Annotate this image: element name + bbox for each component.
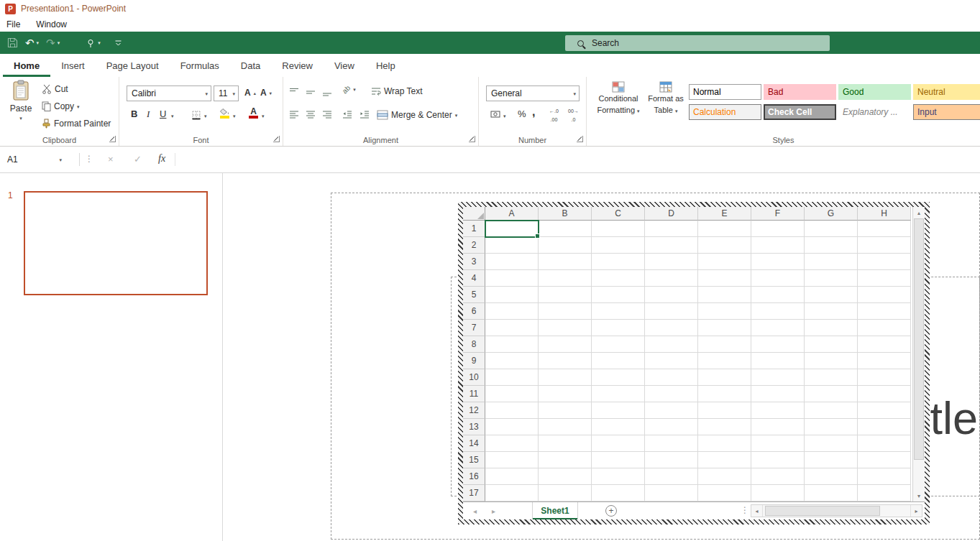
formula-input[interactable]: [178, 149, 980, 170]
row-header-3[interactable]: 3: [463, 254, 485, 270]
cell-H17[interactable]: [858, 485, 911, 501]
tab-review[interactable]: Review: [271, 54, 324, 77]
cell-G9[interactable]: [805, 353, 858, 369]
fill-color-button[interactable]: [220, 108, 229, 119]
cell-C3[interactable]: [592, 254, 645, 270]
cell-style-neutral[interactable]: Neutral: [913, 84, 980, 100]
column-header-F[interactable]: F: [751, 207, 805, 221]
row-header-13[interactable]: 13: [463, 419, 485, 435]
cell-C1[interactable]: [592, 221, 645, 237]
cell-B10[interactable]: [539, 369, 592, 386]
cell-G12[interactable]: [805, 402, 858, 419]
cell-C6[interactable]: [592, 303, 645, 320]
cell-G5[interactable]: [805, 287, 858, 303]
cell-D10[interactable]: [645, 369, 698, 386]
column-header-A[interactable]: A: [485, 207, 539, 221]
cell-E8[interactable]: [698, 336, 751, 353]
percent-style-button[interactable]: %: [518, 108, 526, 119]
cell-A10[interactable]: [485, 369, 539, 386]
column-header-C[interactable]: C: [592, 207, 645, 221]
tab-view[interactable]: View: [324, 54, 365, 77]
new-sheet-button[interactable]: +: [605, 505, 617, 517]
horizontal-scrollbar-thumb[interactable]: [765, 506, 880, 516]
row-header-17[interactable]: 17: [463, 485, 485, 501]
column-header-B[interactable]: B: [539, 207, 592, 221]
row-header-7[interactable]: 7: [463, 320, 485, 336]
cell-D9[interactable]: [645, 353, 698, 369]
cell-G3[interactable]: [805, 254, 858, 270]
tab-home[interactable]: Home: [3, 54, 50, 77]
orientation-button[interactable]: ab ▾: [342, 85, 356, 93]
cell-D5[interactable]: [645, 287, 698, 303]
cell-H12[interactable]: [858, 402, 911, 419]
align-left-button[interactable]: [289, 110, 299, 120]
cell-A6[interactable]: [485, 303, 539, 320]
cell-F17[interactable]: [751, 485, 805, 501]
cell-E3[interactable]: [698, 254, 751, 270]
cell-B17[interactable]: [539, 485, 592, 501]
cell-E13[interactable]: [698, 419, 751, 435]
cell-B13[interactable]: [539, 419, 592, 435]
cell-C10[interactable]: [592, 369, 645, 386]
cell-D14[interactable]: [645, 435, 698, 452]
cell-style-calculation[interactable]: Calculation: [689, 104, 761, 120]
cell-B8[interactable]: [539, 336, 592, 353]
cell-A15[interactable]: [485, 452, 539, 468]
borders-button[interactable]: [191, 110, 201, 120]
cell-G1[interactable]: [805, 221, 858, 237]
cell-D6[interactable]: [645, 303, 698, 320]
cell-E1[interactable]: [698, 221, 751, 237]
cell-B9[interactable]: [539, 353, 592, 369]
column-header-G[interactable]: G: [805, 207, 858, 221]
cell-A16[interactable]: [485, 468, 539, 485]
select-all-button[interactable]: [463, 207, 485, 221]
cell-H16[interactable]: [858, 468, 911, 485]
slide-1-thumbnail[interactable]: [24, 191, 208, 295]
cell-C2[interactable]: [592, 237, 645, 254]
cell-D11[interactable]: [645, 386, 698, 402]
cell-H4[interactable]: [858, 270, 911, 287]
cell-F10[interactable]: [751, 369, 805, 386]
cell-E5[interactable]: [698, 287, 751, 303]
cell-F9[interactable]: [751, 353, 805, 369]
cell-D1[interactable]: [645, 221, 698, 237]
cell-B4[interactable]: [539, 270, 592, 287]
vertical-scrollbar[interactable]: ▴ ▾: [912, 207, 925, 501]
cell-C8[interactable]: [592, 336, 645, 353]
cell-F12[interactable]: [751, 402, 805, 419]
formula-bar-grip[interactable]: ⋮: [85, 154, 93, 164]
cell-style-bad[interactable]: Bad: [764, 84, 836, 100]
cell-A8[interactable]: [485, 336, 539, 353]
cell-style-normal[interactable]: Normal: [689, 84, 761, 100]
cut-button[interactable]: Cut: [42, 84, 68, 94]
cell-D4[interactable]: [645, 270, 698, 287]
cell-A2[interactable]: [485, 237, 539, 254]
cell-B16[interactable]: [539, 468, 592, 485]
cell-B15[interactable]: [539, 452, 592, 468]
cell-E10[interactable]: [698, 369, 751, 386]
underline-dropdown-icon[interactable]: ▾: [171, 114, 174, 119]
cell-G14[interactable]: [805, 435, 858, 452]
row-header-6[interactable]: 6: [463, 303, 485, 320]
insert-function-button[interactable]: fx: [158, 153, 165, 165]
cell-D16[interactable]: [645, 468, 698, 485]
increase-decimal-button[interactable]: ←.0.00: [549, 108, 559, 124]
font-dialog-launcher[interactable]: [273, 136, 280, 142]
cell-F8[interactable]: [751, 336, 805, 353]
cell-E16[interactable]: [698, 468, 751, 485]
cell-C13[interactable]: [592, 419, 645, 435]
cell-H6[interactable]: [858, 303, 911, 320]
row-header-8[interactable]: 8: [463, 336, 485, 353]
cell-C5[interactable]: [592, 287, 645, 303]
cell-H13[interactable]: [858, 419, 911, 435]
cell-B6[interactable]: [539, 303, 592, 320]
row-header-14[interactable]: 14: [463, 435, 485, 452]
cell-A14[interactable]: [485, 435, 539, 452]
cell-D13[interactable]: [645, 419, 698, 435]
borders-dropdown-icon[interactable]: ▾: [204, 114, 207, 119]
clipboard-dialog-launcher[interactable]: [109, 136, 116, 142]
cell-A13[interactable]: [485, 419, 539, 435]
paste-button[interactable]: Paste ▾: [6, 80, 36, 121]
cell-E17[interactable]: [698, 485, 751, 501]
scroll-up-arrow[interactable]: ▴: [913, 207, 925, 218]
